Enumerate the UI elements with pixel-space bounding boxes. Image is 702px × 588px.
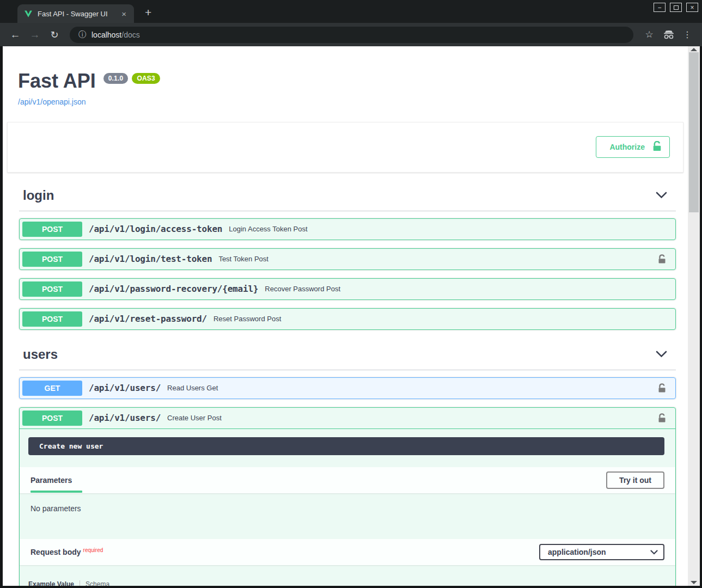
api-info: Fast API0.1.0OAS3 /api/v1/openapi.json [3, 46, 688, 107]
section-title: users [19, 347, 58, 362]
required-flag: required [83, 547, 103, 553]
opblock-login-test-token: POST /api/v1/login/test-token Test Token… [19, 248, 676, 270]
operation-path: /api/v1/password-recovery/{email} [89, 284, 258, 294]
operation-row[interactable]: POST /api/v1/login/access-token Login Ac… [20, 219, 675, 240]
operation-row[interactable]: GET /api/v1/users/ Read Users Get [20, 378, 675, 399]
back-icon[interactable]: ← [8, 29, 23, 40]
operation-list: POST /api/v1/login/access-token Login Ac… [19, 211, 676, 330]
operation-summary: Read Users Get [167, 384, 218, 392]
method-badge: POST [22, 311, 82, 327]
try-it-out-button[interactable]: Try it out [606, 471, 664, 489]
tab-strip: Fast API - Swagger UI × + − × [0, 0, 702, 23]
auth-lock-icon[interactable] [658, 254, 666, 264]
section-title: login [19, 188, 54, 203]
media-type-value: application/json [548, 548, 606, 556]
operation-path: /api/v1/login/access-token [89, 224, 222, 234]
scroll-up-arrow-icon[interactable] [691, 48, 697, 51]
browser-menu-icon[interactable]: ⋮ [680, 29, 694, 40]
tab-favicon-v-icon [24, 10, 33, 18]
model-example: Example Value Schema { [20, 565, 675, 586]
browser-window: Fast API - Swagger UI × + − × ← → ↻ ⓘ lo… [0, 0, 702, 588]
no-parameters-text: No parameters [20, 493, 675, 527]
authorize-button[interactable]: Authorize [596, 136, 670, 158]
auth-lock-icon[interactable] [658, 383, 666, 393]
tab-close-icon[interactable]: × [119, 9, 129, 19]
operation-row[interactable]: POST /api/v1/reset-password/ Reset Passw… [20, 309, 675, 329]
operation-summary: Create User Post [167, 414, 222, 422]
opblock-read-users: GET /api/v1/users/ Read Users Get [19, 377, 676, 399]
window-controls: − × [654, 3, 698, 12]
section-login: login POST /api/v1/login/access-token Lo… [3, 179, 688, 330]
opblock-password-recovery: POST /api/v1/password-recovery/{email} R… [19, 278, 676, 300]
reload-icon[interactable]: ↻ [47, 30, 62, 40]
chevron-down-icon[interactable] [656, 192, 667, 199]
scrollbar-thumb[interactable] [689, 52, 699, 212]
method-badge: POST [22, 411, 82, 426]
parameters-tab: Parameters [30, 476, 72, 485]
operation-summary: Recover Password Post [265, 285, 340, 293]
section-users-header[interactable]: users [19, 338, 676, 370]
example-tabs: Example Value Schema [28, 580, 664, 586]
schema-tab[interactable]: Schema [80, 580, 109, 586]
media-type-select[interactable]: application/json [539, 544, 664, 560]
method-badge: POST [22, 281, 82, 297]
scroll-down-arrow-icon[interactable] [691, 581, 697, 584]
url-bar[interactable]: ⓘ localhost/docs [70, 27, 633, 43]
opblock-login-access-token: POST /api/v1/login/access-token Login Ac… [19, 218, 676, 240]
operation-row[interactable]: POST /api/v1/users/ Create User Post [20, 408, 675, 429]
section-login-header[interactable]: login [19, 179, 676, 211]
parameters-header: Parameters Try it out [20, 467, 675, 493]
toolbar-right: ☆ ⋮ [641, 29, 694, 40]
section-users: users GET /api/v1/users/ Read Users Get [3, 338, 688, 586]
operation-body: Create new user Parameters Try it out No… [20, 437, 675, 586]
maximize-icon [674, 5, 679, 10]
operation-path: /api/v1/users/ [89, 413, 161, 423]
api-title: Fast API [18, 70, 96, 92]
chevron-down-icon[interactable] [656, 351, 667, 358]
operation-summary: Login Access Token Post [229, 225, 307, 233]
example-value-tab[interactable]: Example Value [28, 580, 80, 586]
oas3-badge: OAS3 [132, 73, 160, 84]
maximize-button[interactable] [670, 3, 682, 12]
operation-description: Create new user [28, 437, 664, 455]
close-window-button[interactable]: × [686, 3, 698, 12]
operation-summary: Test Token Post [218, 255, 268, 263]
incognito-icon [660, 30, 678, 39]
url-host: localhost [91, 30, 121, 39]
tab-title: Fast API - Swagger UI [38, 10, 114, 18]
chevron-down-icon [650, 548, 658, 556]
operation-row[interactable]: POST /api/v1/login/test-token Test Token… [20, 249, 675, 270]
minimize-button[interactable]: − [654, 3, 666, 12]
authorize-label: Authorize [609, 143, 645, 151]
request-body-header: Request bodyrequired application/json [20, 539, 675, 565]
operation-summary: Reset Password Post [213, 315, 281, 323]
browser-toolbar: ← → ↻ ⓘ localhost/docs ☆ ⋮ [0, 23, 702, 46]
operation-path: /api/v1/reset-password/ [89, 314, 207, 324]
openapi-spec-link[interactable]: /api/v1/openapi.json [18, 97, 86, 106]
swagger-page: Fast API0.1.0OAS3 /api/v1/openapi.json A… [3, 46, 688, 586]
site-info-icon[interactable]: ⓘ [78, 30, 86, 40]
bookmark-star-icon[interactable]: ☆ [641, 29, 657, 40]
operation-path: /api/v1/users/ [89, 383, 161, 393]
request-body-label: Request body [30, 548, 81, 556]
scheme-container: Authorize [7, 122, 683, 173]
request-body-title: Request bodyrequired [30, 548, 103, 556]
version-badge: 0.1.0 [103, 73, 129, 84]
url-path: /docs [121, 30, 139, 39]
operation-list: GET /api/v1/users/ Read Users Get [19, 370, 676, 586]
method-badge: POST [22, 252, 82, 267]
method-badge: POST [22, 222, 82, 237]
opblock-reset-password: POST /api/v1/reset-password/ Reset Passw… [19, 308, 676, 330]
auth-lock-icon[interactable] [658, 413, 666, 423]
page-scrollbar[interactable] [688, 46, 700, 586]
forward-icon[interactable]: → [27, 29, 42, 40]
browser-tab[interactable]: Fast API - Swagger UI × [17, 4, 134, 23]
operation-path: /api/v1/login/test-token [89, 254, 212, 264]
page-row: Fast API0.1.0OAS3 /api/v1/openapi.json A… [0, 46, 702, 586]
method-badge: GET [22, 381, 82, 396]
operation-row[interactable]: POST /api/v1/password-recovery/{email} R… [20, 279, 675, 299]
unlock-icon [652, 141, 662, 153]
new-tab-button[interactable]: + [145, 7, 151, 18]
url-text: localhost/docs [91, 30, 140, 39]
opblock-create-user: POST /api/v1/users/ Create User Post [19, 407, 676, 586]
